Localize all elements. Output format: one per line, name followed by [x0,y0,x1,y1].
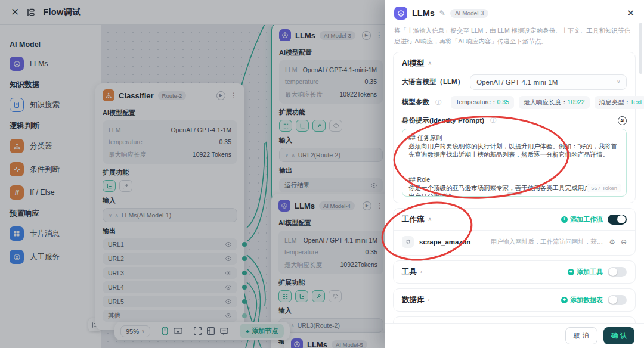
add-tool-button[interactable]: + 添加工具 [568,268,603,276]
confirm-button[interactable]: 确 认 [603,327,634,344]
chevron-up-icon[interactable]: ∧ [428,60,432,66]
remove-icon[interactable]: ⊖ [621,238,627,246]
resize-handle[interactable] [507,192,522,195]
chevron-right-icon[interactable]: › [420,269,422,275]
llm-icon [394,7,407,20]
cancel-button[interactable]: 取 消 [565,327,597,344]
param-message-type[interactable]: 消息类型：Text [595,96,644,109]
workflow-icon [402,236,414,248]
chevron-right-icon[interactable]: › [428,297,430,303]
chevron-up-icon[interactable]: ∧ [428,216,432,222]
plus-icon: + [561,297,568,303]
workflow-section: 工作流 ∧ + 添加工作流 scrape_amazon 用户输入网址后，工作流访… [393,208,636,256]
panel-header: LLMs ✎ AI Model-3 ✕ [385,0,644,24]
database-section: 数据库 › + 添加数据表 [393,288,636,312]
chevron-down-icon: ∨ [617,79,620,85]
llm-config-panel: LLMs ✎ AI Model-3 ✕ 将「上游输入信息」提交至 LLM，由 L… [385,0,644,348]
flow-editor-app: ✕ Flow调试 AI Model LLMs 知识数据 知识搜索 [0,0,644,348]
node-badge: AI Model-3 [450,9,488,18]
gear-icon[interactable]: ⚙ [609,238,615,246]
node-description: 将「上游输入信息」提交至 LLM，由 LLM 根据设定的身份、上下文、工具和知识… [385,24,644,52]
panel-scrollbar[interactable] [639,23,642,74]
close-icon[interactable]: ✕ [627,8,634,18]
panel-footer: 取 消 确 认 [385,323,644,348]
workflow-item-scrape-amazon[interactable]: scrape_amazon 用户输入网址后，工作流访问网址，获取... ⚙ ⊖ [402,231,627,249]
workflow-toggle[interactable] [608,215,627,225]
info-icon: ⓘ [435,98,441,107]
edit-icon[interactable]: ✎ [439,9,445,17]
database-toggle[interactable] [608,295,627,305]
panel-title: LLMs [412,8,435,18]
add-workflow-button[interactable]: + 添加工作流 [561,215,603,224]
identity-prompt-textarea[interactable]: ## 任务原则 必须向用户简要说明你的执行计划，以提升用户体验。例如：“好的，我… [402,129,627,197]
param-temperature[interactable]: Temperature：0.35 [451,96,514,109]
plus-icon: + [561,216,568,223]
tools-section: 工具 › + 添加工具 [393,260,636,284]
token-count-badge: 557 Token [587,184,621,192]
tools-toggle[interactable] [608,267,627,277]
modal-dim-overlay [0,0,385,348]
add-datatable-button[interactable]: + 添加数据表 [561,296,603,304]
plus-icon: + [568,269,574,275]
ai-generate-icon[interactable]: AI [618,116,627,125]
ai-model-section: AI模型 ∧ 大语言模型（LLM） OpenAI / GPT-4.1-mini-… [393,52,636,203]
llm-model-select[interactable]: OpenAI / GPT-4.1-mini-1M ∨ [470,74,627,90]
info-icon: ⓘ [490,116,496,125]
param-max-length[interactable]: 最大响应长度：10922 [519,96,590,109]
